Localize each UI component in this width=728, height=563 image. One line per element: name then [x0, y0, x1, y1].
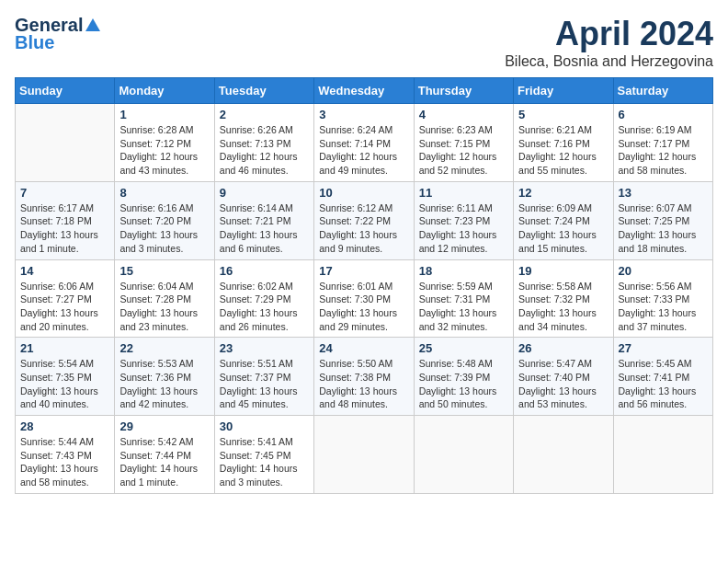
logo-blue: Blue — [15, 32, 54, 53]
col-header-sunday: Sunday — [16, 78, 115, 104]
calendar-cell: 5Sunrise: 6:21 AMSunset: 7:16 PMDaylight… — [514, 104, 613, 182]
calendar-header-row: SundayMondayTuesdayWednesdayThursdayFrid… — [16, 78, 713, 104]
calendar-cell: 14Sunrise: 6:06 AMSunset: 7:27 PMDayligh… — [16, 259, 115, 338]
calendar-cell — [613, 416, 712, 494]
day-info: Sunrise: 6:02 AMSunset: 7:29 PMDaylight:… — [220, 280, 309, 334]
col-header-wednesday: Wednesday — [314, 78, 414, 104]
calendar-cell: 8Sunrise: 6:16 AMSunset: 7:20 PMDaylight… — [115, 181, 214, 259]
day-info: Sunrise: 5:48 AMSunset: 7:39 PMDaylight:… — [419, 357, 508, 411]
day-number: 11 — [419, 186, 508, 200]
calendar-cell: 27Sunrise: 5:45 AMSunset: 7:41 PMDayligh… — [613, 338, 712, 416]
calendar-cell: 15Sunrise: 6:04 AMSunset: 7:28 PMDayligh… — [115, 259, 214, 338]
day-number: 2 — [220, 108, 309, 121]
day-info: Sunrise: 5:56 AMSunset: 7:33 PMDaylight:… — [619, 280, 708, 334]
calendar-cell: 13Sunrise: 6:07 AMSunset: 7:25 PMDayligh… — [613, 181, 712, 259]
day-number: 8 — [119, 186, 209, 200]
day-number: 6 — [619, 108, 708, 121]
day-number: 9 — [220, 186, 309, 200]
calendar-cell: 30Sunrise: 5:41 AMSunset: 7:45 PMDayligh… — [214, 416, 313, 494]
day-number: 25 — [419, 341, 508, 355]
day-number: 1 — [119, 108, 209, 121]
day-info: Sunrise: 6:21 AMSunset: 7:16 PMDaylight:… — [518, 123, 608, 178]
calendar-week-4: 28Sunrise: 5:44 AMSunset: 7:43 PMDayligh… — [16, 416, 713, 494]
day-info: Sunrise: 5:45 AMSunset: 7:41 PMDaylight:… — [619, 357, 708, 411]
day-number: 28 — [20, 419, 109, 433]
day-info: Sunrise: 5:44 AMSunset: 7:43 PMDaylight:… — [20, 435, 109, 489]
day-info: Sunrise: 6:14 AMSunset: 7:21 PMDaylight:… — [220, 201, 309, 256]
day-number: 10 — [319, 186, 408, 200]
day-number: 20 — [619, 264, 708, 278]
day-info: Sunrise: 5:58 AMSunset: 7:32 PMDaylight:… — [518, 280, 608, 334]
day-info: Sunrise: 6:19 AMSunset: 7:17 PMDaylight:… — [619, 123, 708, 178]
calendar-cell: 16Sunrise: 6:02 AMSunset: 7:29 PMDayligh… — [214, 259, 313, 338]
calendar-cell: 4Sunrise: 6:23 AMSunset: 7:15 PMDaylight… — [414, 104, 513, 182]
day-number: 13 — [619, 186, 708, 200]
calendar-cell — [314, 416, 414, 494]
col-header-friday: Friday — [514, 78, 613, 104]
calendar-cell — [16, 104, 115, 182]
day-number: 24 — [319, 341, 408, 355]
day-number: 22 — [119, 341, 209, 355]
calendar-cell: 17Sunrise: 6:01 AMSunset: 7:30 PMDayligh… — [314, 259, 414, 338]
calendar-week-0: 1Sunrise: 6:28 AMSunset: 7:12 PMDaylight… — [16, 104, 713, 182]
col-header-thursday: Thursday — [414, 78, 513, 104]
calendar-cell — [514, 416, 613, 494]
day-number: 17 — [319, 264, 408, 278]
day-info: Sunrise: 5:47 AMSunset: 7:40 PMDaylight:… — [518, 357, 608, 411]
calendar-cell: 12Sunrise: 6:09 AMSunset: 7:24 PMDayligh… — [514, 181, 613, 259]
day-number: 7 — [20, 186, 109, 200]
day-number: 23 — [220, 341, 309, 355]
day-info: Sunrise: 5:42 AMSunset: 7:44 PMDaylight:… — [119, 435, 209, 489]
day-info: Sunrise: 6:12 AMSunset: 7:22 PMDaylight:… — [319, 201, 408, 256]
day-number: 21 — [20, 341, 109, 355]
month-title: April 2024 — [505, 15, 713, 53]
calendar-cell: 21Sunrise: 5:54 AMSunset: 7:35 PMDayligh… — [16, 338, 115, 416]
day-info: Sunrise: 5:41 AMSunset: 7:45 PMDaylight:… — [220, 435, 309, 489]
day-number: 3 — [319, 108, 408, 121]
day-info: Sunrise: 5:51 AMSunset: 7:37 PMDaylight:… — [220, 357, 309, 411]
calendar-cell: 19Sunrise: 5:58 AMSunset: 7:32 PMDayligh… — [514, 259, 613, 338]
day-number: 16 — [220, 264, 309, 278]
day-info: Sunrise: 5:54 AMSunset: 7:35 PMDaylight:… — [20, 357, 109, 411]
calendar-week-3: 21Sunrise: 5:54 AMSunset: 7:35 PMDayligh… — [16, 338, 713, 416]
calendar-cell: 25Sunrise: 5:48 AMSunset: 7:39 PMDayligh… — [414, 338, 513, 416]
calendar-cell: 26Sunrise: 5:47 AMSunset: 7:40 PMDayligh… — [514, 338, 613, 416]
day-info: Sunrise: 5:59 AMSunset: 7:31 PMDaylight:… — [419, 280, 508, 334]
day-number: 26 — [518, 341, 608, 355]
day-number: 4 — [419, 108, 508, 121]
day-number: 14 — [20, 264, 109, 278]
col-header-monday: Monday — [115, 78, 214, 104]
calendar-cell: 29Sunrise: 5:42 AMSunset: 7:44 PMDayligh… — [115, 416, 214, 494]
calendar-table: SundayMondayTuesdayWednesdayThursdayFrid… — [15, 77, 713, 494]
day-info: Sunrise: 5:50 AMSunset: 7:38 PMDaylight:… — [319, 357, 408, 411]
day-info: Sunrise: 6:16 AMSunset: 7:20 PMDaylight:… — [119, 201, 209, 256]
calendar-cell: 6Sunrise: 6:19 AMSunset: 7:17 PMDaylight… — [613, 104, 712, 182]
day-number: 19 — [518, 264, 608, 278]
calendar-cell: 23Sunrise: 5:51 AMSunset: 7:37 PMDayligh… — [214, 338, 313, 416]
calendar-cell: 3Sunrise: 6:24 AMSunset: 7:14 PMDaylight… — [314, 104, 414, 182]
calendar-cell: 28Sunrise: 5:44 AMSunset: 7:43 PMDayligh… — [16, 416, 115, 494]
calendar-cell: 9Sunrise: 6:14 AMSunset: 7:21 PMDaylight… — [214, 181, 313, 259]
col-header-tuesday: Tuesday — [214, 78, 313, 104]
col-header-saturday: Saturday — [613, 78, 712, 104]
day-number: 5 — [518, 108, 608, 121]
day-info: Sunrise: 6:04 AMSunset: 7:28 PMDaylight:… — [119, 280, 209, 334]
day-info: Sunrise: 6:06 AMSunset: 7:27 PMDaylight:… — [20, 280, 109, 334]
calendar-cell: 24Sunrise: 5:50 AMSunset: 7:38 PMDayligh… — [314, 338, 414, 416]
day-info: Sunrise: 6:07 AMSunset: 7:25 PMDaylight:… — [619, 201, 708, 256]
location-title: Bileca, Bosnia and Herzegovina — [505, 53, 713, 70]
day-info: Sunrise: 6:28 AMSunset: 7:12 PMDaylight:… — [119, 123, 209, 178]
calendar-cell: 1Sunrise: 6:28 AMSunset: 7:12 PMDaylight… — [115, 104, 214, 182]
day-number: 18 — [419, 264, 508, 278]
logo-triangle-icon — [85, 18, 100, 31]
calendar-cell — [414, 416, 513, 494]
day-info: Sunrise: 6:01 AMSunset: 7:30 PMDaylight:… — [319, 280, 408, 334]
page-header: General Blue April 2024 Bileca, Bosnia a… — [15, 15, 713, 70]
calendar-cell: 22Sunrise: 5:53 AMSunset: 7:36 PMDayligh… — [115, 338, 214, 416]
day-number: 12 — [518, 186, 608, 200]
calendar-cell: 10Sunrise: 6:12 AMSunset: 7:22 PMDayligh… — [314, 181, 414, 259]
day-number: 15 — [119, 264, 209, 278]
day-number: 29 — [119, 419, 209, 433]
day-number: 27 — [619, 341, 708, 355]
day-info: Sunrise: 5:53 AMSunset: 7:36 PMDaylight:… — [119, 357, 209, 411]
